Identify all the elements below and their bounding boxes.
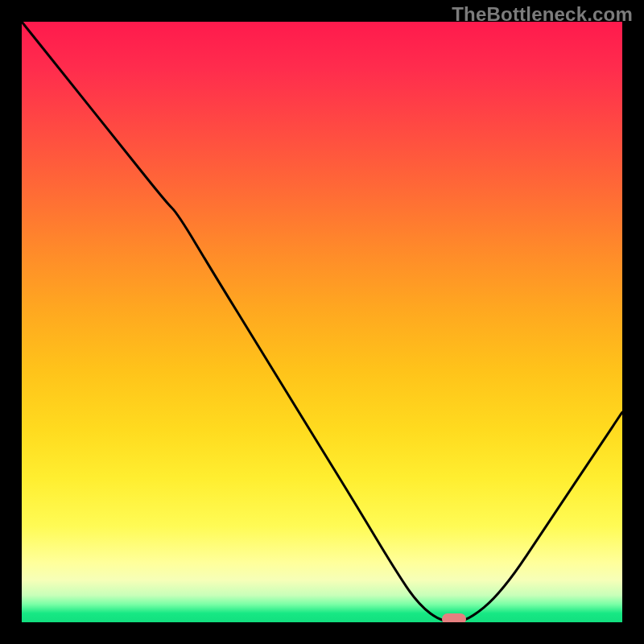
bottleneck-curve-svg [22, 22, 622, 622]
bottleneck-curve-line [22, 22, 622, 622]
optimal-point-marker [442, 613, 466, 622]
watermark-text: TheBottleneck.com [452, 3, 633, 26]
chart-frame: TheBottleneck.com [0, 0, 644, 644]
plot-area [22, 22, 622, 622]
